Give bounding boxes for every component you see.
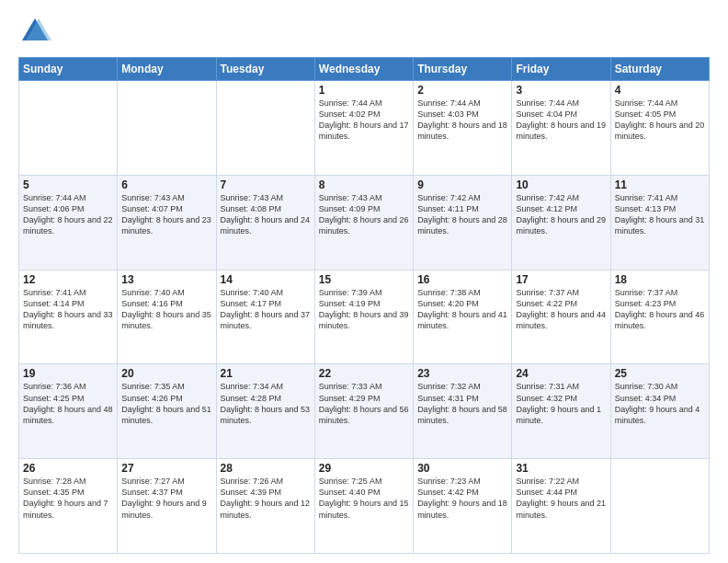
day-info: Sunrise: 7:35 AM Sunset: 4:26 PM Dayligh… [121,381,211,426]
day-cell: 7Sunrise: 7:43 AM Sunset: 4:08 PM Daylig… [216,175,314,270]
day-number: 16 [417,273,507,286]
day-info: Sunrise: 7:44 AM Sunset: 4:02 PM Dayligh… [319,98,409,143]
day-cell: 30Sunrise: 7:23 AM Sunset: 4:42 PM Dayli… [414,459,512,554]
day-info: Sunrise: 7:44 AM Sunset: 4:03 PM Dayligh… [417,98,507,143]
day-info: Sunrise: 7:42 AM Sunset: 4:12 PM Dayligh… [516,192,606,237]
day-info: Sunrise: 7:44 AM Sunset: 4:06 PM Dayligh… [23,192,113,237]
day-number: 18 [615,273,705,286]
day-info: Sunrise: 7:40 AM Sunset: 4:17 PM Dayligh… [221,287,311,332]
day-cell: 15Sunrise: 7:39 AM Sunset: 4:19 PM Dayli… [314,270,413,364]
day-number: 31 [516,462,606,475]
calendar-body: 1Sunrise: 7:44 AM Sunset: 4:02 PM Daylig… [19,81,710,554]
day-number: 9 [417,178,507,191]
day-number: 28 [221,462,311,475]
day-info: Sunrise: 7:44 AM Sunset: 4:05 PM Dayligh… [615,98,705,143]
day-info: Sunrise: 7:22 AM Sunset: 4:44 PM Dayligh… [516,476,606,521]
day-cell: 26Sunrise: 7:28 AM Sunset: 4:35 PM Dayli… [19,459,118,554]
weekday-saturday: Saturday [610,58,709,81]
day-cell: 21Sunrise: 7:34 AM Sunset: 4:28 PM Dayli… [216,364,314,459]
day-number: 1 [319,84,409,97]
week-row-1: 5Sunrise: 7:44 AM Sunset: 4:06 PM Daylig… [19,175,710,270]
calendar-header: SundayMondayTuesdayWednesdayThursdayFrid… [19,58,710,81]
day-cell [19,81,118,176]
day-info: Sunrise: 7:44 AM Sunset: 4:04 PM Dayligh… [516,98,606,143]
day-info: Sunrise: 7:41 AM Sunset: 4:13 PM Dayligh… [615,192,705,237]
day-number: 24 [516,367,606,380]
week-row-2: 12Sunrise: 7:41 AM Sunset: 4:14 PM Dayli… [19,270,710,364]
day-info: Sunrise: 7:43 AM Sunset: 4:09 PM Dayligh… [319,192,409,237]
day-number: 29 [319,462,409,475]
day-cell: 19Sunrise: 7:36 AM Sunset: 4:25 PM Dayli… [19,364,118,459]
weekday-monday: Monday [118,58,216,81]
day-cell: 23Sunrise: 7:32 AM Sunset: 4:31 PM Dayli… [414,364,512,459]
weekday-thursday: Thursday [414,58,512,81]
day-info: Sunrise: 7:28 AM Sunset: 4:35 PM Dayligh… [23,476,113,521]
day-number: 11 [615,178,705,191]
day-cell: 22Sunrise: 7:33 AM Sunset: 4:29 PM Dayli… [314,364,413,459]
day-number: 17 [516,273,606,286]
header [18,15,710,48]
day-cell [610,459,709,554]
day-info: Sunrise: 7:38 AM Sunset: 4:20 PM Dayligh… [417,287,507,332]
day-cell: 17Sunrise: 7:37 AM Sunset: 4:22 PM Dayli… [512,270,610,364]
day-cell: 12Sunrise: 7:41 AM Sunset: 4:14 PM Dayli… [19,270,118,364]
day-cell: 20Sunrise: 7:35 AM Sunset: 4:26 PM Dayli… [118,364,216,459]
day-cell: 5Sunrise: 7:44 AM Sunset: 4:06 PM Daylig… [19,175,118,270]
day-cell: 9Sunrise: 7:42 AM Sunset: 4:11 PM Daylig… [414,175,512,270]
day-number: 21 [221,367,311,380]
day-cell: 24Sunrise: 7:31 AM Sunset: 4:32 PM Dayli… [512,364,610,459]
day-info: Sunrise: 7:42 AM Sunset: 4:11 PM Dayligh… [417,192,507,237]
day-number: 22 [319,367,409,380]
day-number: 12 [23,273,113,286]
day-number: 26 [23,462,113,475]
day-cell: 31Sunrise: 7:22 AM Sunset: 4:44 PM Dayli… [512,459,610,554]
day-info: Sunrise: 7:27 AM Sunset: 4:37 PM Dayligh… [121,476,211,521]
day-info: Sunrise: 7:37 AM Sunset: 4:23 PM Dayligh… [615,287,705,332]
day-cell: 29Sunrise: 7:25 AM Sunset: 4:40 PM Dayli… [314,459,413,554]
day-info: Sunrise: 7:43 AM Sunset: 4:08 PM Dayligh… [221,192,311,237]
day-info: Sunrise: 7:43 AM Sunset: 4:07 PM Dayligh… [121,192,211,237]
day-cell: 27Sunrise: 7:27 AM Sunset: 4:37 PM Dayli… [118,459,216,554]
day-number: 3 [516,84,606,97]
day-cell: 1Sunrise: 7:44 AM Sunset: 4:02 PM Daylig… [314,81,413,176]
calendar-table: SundayMondayTuesdayWednesdayThursdayFrid… [18,57,710,554]
day-cell: 16Sunrise: 7:38 AM Sunset: 4:20 PM Dayli… [414,270,512,364]
day-cell: 10Sunrise: 7:42 AM Sunset: 4:12 PM Dayli… [512,175,610,270]
weekday-tuesday: Tuesday [216,58,314,81]
day-info: Sunrise: 7:34 AM Sunset: 4:28 PM Dayligh… [221,381,311,426]
day-cell [118,81,216,176]
day-number: 13 [121,273,211,286]
day-number: 10 [516,178,606,191]
page: SundayMondayTuesdayWednesdayThursdayFrid… [0,0,728,563]
day-cell: 8Sunrise: 7:43 AM Sunset: 4:09 PM Daylig… [314,175,413,270]
day-info: Sunrise: 7:30 AM Sunset: 4:34 PM Dayligh… [615,381,705,426]
day-cell: 25Sunrise: 7:30 AM Sunset: 4:34 PM Dayli… [610,364,709,459]
day-info: Sunrise: 7:32 AM Sunset: 4:31 PM Dayligh… [417,381,507,426]
day-number: 30 [417,462,507,475]
day-cell: 11Sunrise: 7:41 AM Sunset: 4:13 PM Dayli… [610,175,709,270]
day-info: Sunrise: 7:36 AM Sunset: 4:25 PM Dayligh… [23,381,113,426]
weekday-sunday: Sunday [19,58,118,81]
day-cell: 6Sunrise: 7:43 AM Sunset: 4:07 PM Daylig… [118,175,216,270]
day-info: Sunrise: 7:31 AM Sunset: 4:32 PM Dayligh… [516,381,606,426]
day-cell: 28Sunrise: 7:26 AM Sunset: 4:39 PM Dayli… [216,459,314,554]
day-info: Sunrise: 7:40 AM Sunset: 4:16 PM Dayligh… [121,287,211,332]
day-number: 14 [221,273,311,286]
day-cell [216,81,314,176]
day-number: 19 [23,367,113,380]
day-number: 15 [319,273,409,286]
day-cell: 14Sunrise: 7:40 AM Sunset: 4:17 PM Dayli… [216,270,314,364]
weekday-friday: Friday [512,58,610,81]
day-number: 7 [221,178,311,191]
day-number: 27 [121,462,211,475]
weekday-wednesday: Wednesday [314,58,413,81]
week-row-0: 1Sunrise: 7:44 AM Sunset: 4:02 PM Daylig… [19,81,710,176]
day-info: Sunrise: 7:39 AM Sunset: 4:19 PM Dayligh… [319,287,409,332]
day-number: 6 [121,178,211,191]
week-row-4: 26Sunrise: 7:28 AM Sunset: 4:35 PM Dayli… [19,459,710,554]
day-number: 23 [417,367,507,380]
logo-icon [18,15,51,48]
day-info: Sunrise: 7:25 AM Sunset: 4:40 PM Dayligh… [319,476,409,521]
day-number: 8 [319,178,409,191]
day-cell: 18Sunrise: 7:37 AM Sunset: 4:23 PM Dayli… [610,270,709,364]
